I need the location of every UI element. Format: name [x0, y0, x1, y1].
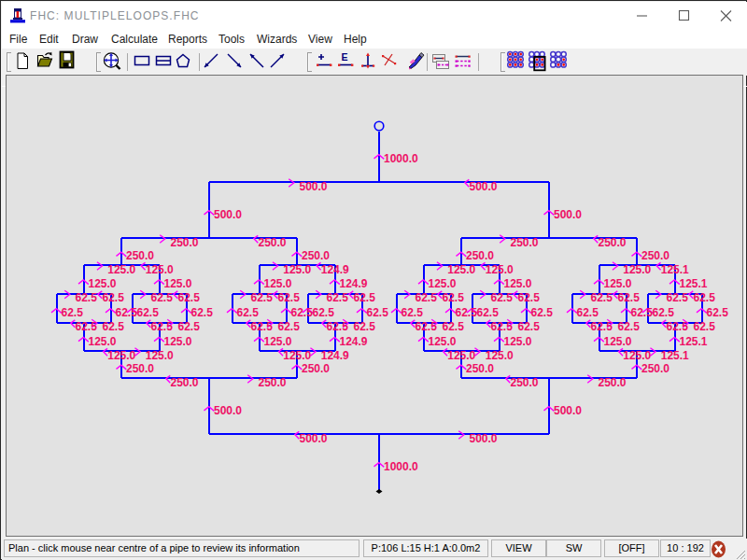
svg-text:125.0: 125.0: [264, 335, 292, 348]
svg-text:125.1: 125.1: [680, 335, 708, 348]
svg-text:1000.0: 1000.0: [384, 460, 418, 473]
svg-text:62.5: 62.5: [116, 306, 138, 319]
svg-text:500.0: 500.0: [554, 404, 582, 417]
svg-text:62.5: 62.5: [354, 320, 376, 333]
svg-text:500.0: 500.0: [554, 208, 582, 221]
svg-text:62.5: 62.5: [577, 306, 599, 319]
svg-text:62.5: 62.5: [591, 291, 613, 304]
svg-text:62.5: 62.5: [251, 320, 274, 333]
svg-text:62.5: 62.5: [327, 320, 349, 333]
svg-text:62.5: 62.5: [62, 306, 84, 319]
svg-text:125.0: 125.0: [623, 263, 651, 276]
svg-text:125.0: 125.0: [107, 263, 135, 276]
svg-text:250.0: 250.0: [126, 362, 154, 375]
svg-text:250.0: 250.0: [466, 362, 494, 375]
svg-text:62.5: 62.5: [103, 320, 125, 333]
svg-text:500.0: 500.0: [214, 208, 242, 221]
svg-text:62.5: 62.5: [591, 320, 613, 333]
svg-text:125.0: 125.0: [146, 349, 174, 362]
svg-text:62.5: 62.5: [694, 320, 716, 333]
svg-text:62.5: 62.5: [151, 291, 174, 304]
svg-text:62.5: 62.5: [327, 291, 349, 304]
svg-text:125.0: 125.0: [283, 349, 311, 362]
svg-text:125.0: 125.0: [447, 263, 475, 276]
svg-text:125.1: 125.1: [661, 349, 689, 362]
svg-text:125.0: 125.0: [146, 263, 174, 276]
svg-text:250.0: 250.0: [259, 236, 287, 249]
svg-text:125.0: 125.0: [604, 335, 632, 348]
svg-text:500.0: 500.0: [470, 432, 498, 445]
svg-text:62.5: 62.5: [531, 306, 554, 319]
svg-text:62.5: 62.5: [313, 306, 335, 319]
svg-text:124.9: 124.9: [340, 277, 368, 290]
svg-text:62.5: 62.5: [667, 291, 689, 304]
svg-text:62.5: 62.5: [251, 291, 274, 304]
svg-text:62.5: 62.5: [278, 320, 301, 333]
svg-text:62.5: 62.5: [178, 320, 201, 333]
svg-text:125.0: 125.0: [264, 277, 292, 290]
svg-text:62.5: 62.5: [367, 306, 389, 319]
svg-text:125.0: 125.0: [429, 277, 457, 290]
svg-text:125.0: 125.0: [486, 263, 514, 276]
svg-text:250.0: 250.0: [171, 376, 199, 389]
svg-text:125.0: 125.0: [504, 335, 532, 348]
svg-text:62.5: 62.5: [667, 320, 689, 333]
svg-text:62.5: 62.5: [456, 306, 478, 319]
svg-text:250.0: 250.0: [126, 249, 154, 262]
svg-text:125.0: 125.0: [429, 335, 457, 348]
svg-text:62.5: 62.5: [103, 291, 125, 304]
svg-text:250.0: 250.0: [599, 376, 627, 389]
svg-text:250.0: 250.0: [641, 249, 669, 262]
svg-text:250.0: 250.0: [511, 376, 539, 389]
svg-text:124.9: 124.9: [321, 349, 349, 362]
svg-text:250.0: 250.0: [302, 249, 330, 262]
svg-text:1000.0: 1000.0: [384, 152, 418, 165]
svg-text:500.0: 500.0: [214, 404, 242, 417]
svg-text:62.5: 62.5: [191, 306, 214, 319]
svg-text:62.5: 62.5: [178, 291, 201, 304]
svg-text:125.1: 125.1: [680, 277, 708, 290]
svg-text:125.0: 125.0: [504, 277, 532, 290]
svg-text:62.5: 62.5: [491, 320, 514, 333]
svg-text:250.0: 250.0: [641, 362, 669, 375]
svg-text:125.0: 125.0: [164, 277, 192, 290]
svg-text:62.5: 62.5: [443, 291, 465, 304]
svg-text:125.0: 125.0: [107, 349, 135, 362]
svg-text:500.0: 500.0: [300, 180, 328, 193]
svg-text:62.5: 62.5: [416, 320, 438, 333]
svg-text:250.0: 250.0: [599, 236, 627, 249]
svg-text:62.5: 62.5: [618, 291, 641, 304]
svg-text:62.5: 62.5: [402, 306, 424, 319]
svg-text:62.5: 62.5: [76, 291, 98, 304]
svg-text:62.5: 62.5: [618, 320, 641, 333]
svg-text:125.0: 125.0: [164, 335, 192, 348]
svg-text:250.0: 250.0: [171, 236, 199, 249]
svg-text:62.5: 62.5: [518, 320, 541, 333]
svg-text:500.0: 500.0: [470, 180, 498, 193]
svg-text:62.5: 62.5: [694, 291, 716, 304]
svg-text:62.5: 62.5: [291, 306, 314, 319]
svg-text:62.5: 62.5: [707, 306, 729, 319]
svg-text:500.0: 500.0: [300, 432, 328, 445]
svg-text:124.9: 124.9: [340, 335, 368, 348]
svg-text:125.0: 125.0: [604, 277, 632, 290]
svg-text:250.0: 250.0: [259, 376, 287, 389]
svg-text:125.0: 125.0: [89, 277, 117, 290]
svg-text:62.5: 62.5: [443, 320, 465, 333]
svg-text:62.5: 62.5: [518, 291, 541, 304]
svg-text:125.0: 125.0: [486, 349, 514, 362]
svg-text:125.1: 125.1: [661, 263, 689, 276]
svg-text:62.5: 62.5: [354, 291, 376, 304]
svg-text:62.5: 62.5: [237, 306, 260, 319]
svg-text:250.0: 250.0: [511, 236, 539, 249]
svg-text:250.0: 250.0: [466, 249, 494, 262]
svg-text:62.5: 62.5: [137, 306, 160, 319]
svg-text:62.5: 62.5: [631, 306, 654, 319]
svg-text:125.0: 125.0: [447, 349, 475, 362]
svg-text:125.0: 125.0: [283, 263, 311, 276]
svg-text:124.9: 124.9: [321, 263, 349, 276]
svg-text:62.5: 62.5: [416, 291, 438, 304]
svg-text:62.5: 62.5: [278, 291, 301, 304]
svg-text:62.5: 62.5: [653, 306, 675, 319]
svg-text:125.0: 125.0: [89, 335, 117, 348]
